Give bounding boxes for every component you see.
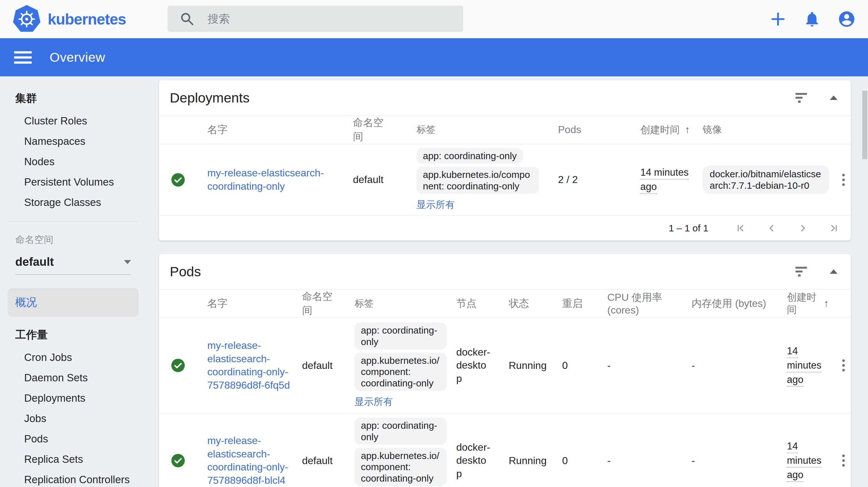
label-chip: app.kubernetes.io/component: coordinatin…: [354, 448, 447, 486]
row-menu-kebab-icon[interactable]: [840, 357, 847, 373]
column-header-created[interactable]: 创建时间 ↑: [617, 123, 703, 137]
sidebar-item-nodes[interactable]: Nodes: [0, 151, 146, 172]
pod-cpu: -: [598, 455, 682, 467]
pod-status: Running: [499, 360, 553, 371]
deployments-pagination: 1 – 1 of 1: [159, 215, 851, 241]
notifications-bell-icon[interactable]: [803, 10, 821, 28]
sidebar-item-replica-sets[interactable]: Replica Sets: [0, 449, 146, 469]
label-chip: app: coordinating-only: [354, 322, 447, 349]
sidebar-item-persistent-volumes[interactable]: Persistent Volumes: [0, 172, 146, 192]
last-page-icon[interactable]: [829, 223, 839, 234]
collapse-card-icon[interactable]: [830, 95, 837, 100]
pod-name-link[interactable]: my-release-elasticsearch-coordinating-on…: [207, 435, 288, 486]
label-chip: app: coordinating-only: [354, 418, 447, 445]
pod-cpu: -: [598, 360, 682, 371]
pod-row: my-release-elasticsearch-coordinating-on…: [159, 318, 851, 413]
show-all-link[interactable]: 显示所有: [354, 395, 393, 408]
column-header-namespace[interactable]: 命名空间: [292, 290, 345, 318]
collapse-card-icon[interactable]: [830, 269, 837, 274]
column-header-labels[interactable]: 标签: [345, 297, 447, 310]
sidebar-item-cron-jobs[interactable]: Cron Jobs: [0, 347, 146, 368]
row-menu-kebab-icon[interactable]: [840, 172, 847, 188]
label-chip: app: coordinating-only: [416, 148, 523, 164]
status-ok-check-icon: [171, 173, 185, 187]
sidebar-item-overview-label: 概况: [15, 295, 37, 310]
namespace-select[interactable]: default: [15, 255, 131, 275]
sidebar-item-pods[interactable]: Pods: [0, 429, 146, 449]
next-page-icon[interactable]: [798, 223, 808, 234]
main-content: Deployments 名字 命名空间 标签 Pods 创建时间: [146, 77, 868, 487]
pod-name-link[interactable]: my-release-elasticsearch-coordinating-on…: [207, 340, 290, 391]
filter-icon[interactable]: [795, 92, 808, 103]
menu-hamburger-icon[interactable]: [14, 51, 32, 64]
sidebar-section-cluster: 集群: [15, 91, 146, 106]
sidebar-item-cluster-roles[interactable]: Cluster Roles: [0, 111, 146, 131]
pod-restarts: 0: [553, 455, 598, 467]
pagination-range: 1 – 1 of 1: [669, 223, 708, 234]
sidebar-section-workloads: 工作量: [15, 327, 146, 342]
sidebar-divider: [8, 222, 138, 222]
sidebar-item-replication-controllers[interactable]: Replication Controllers: [0, 469, 146, 487]
kubernetes-logo[interactable]: kubernetes: [12, 4, 126, 34]
filter-icon[interactable]: [795, 266, 808, 277]
namespace-label: 命名空间: [15, 233, 146, 246]
column-header-pods[interactable]: Pods: [539, 124, 617, 136]
deployment-namespace: default: [331, 174, 396, 185]
image-chip: docker.io/bitnami/elasticsearch:7.7.1-de…: [703, 166, 829, 194]
column-header-name[interactable]: 名字: [197, 123, 331, 137]
column-header-memory[interactable]: 内存使用 (bytes): [682, 297, 777, 311]
label-chip: app.kubernetes.io/component: coordinatin…: [354, 353, 447, 391]
column-header-cpu[interactable]: CPU 使用率 (cores): [598, 291, 682, 316]
deployments-table-header: 名字 命名空间 标签 Pods 创建时间 ↑ 镜像: [159, 115, 851, 144]
deployment-created: 14 minutes ago: [640, 167, 689, 194]
pod-namespace: default: [292, 360, 345, 371]
column-header-created[interactable]: 创建时间 ↑: [777, 291, 836, 316]
kubernetes-wheel-icon: [12, 4, 41, 34]
pod-created: 14 minutes ago: [787, 345, 822, 387]
pod-node: docker-desktop: [447, 441, 499, 481]
sort-ascending-icon: ↑: [685, 124, 690, 136]
pod-row: my-release-elasticsearch-coordinating-on…: [159, 413, 851, 487]
top-header: kubernetes: [0, 0, 868, 38]
deployments-card: Deployments 名字 命名空间 标签 Pods 创建时间: [159, 80, 851, 241]
search-input[interactable]: [208, 6, 463, 32]
column-header-labels[interactable]: 标签: [396, 123, 539, 136]
column-header-restarts[interactable]: 重启: [553, 297, 598, 311]
show-all-link[interactable]: 显示所有: [416, 198, 455, 211]
column-header-name[interactable]: 名字: [197, 297, 292, 310]
page-title: Overview: [50, 50, 105, 65]
pods-card: Pods 名字 命名空间 标签 节点 状态 重启 CPU 使: [159, 254, 851, 487]
status-ok-check-icon: [171, 453, 185, 468]
sidebar: 集群 Cluster Roles Namespaces Nodes Persis…: [0, 77, 146, 487]
brand-name: kubernetes: [48, 10, 126, 28]
sidebar-item-overview-active[interactable]: 概况: [8, 288, 138, 317]
sidebar-item-storage-classes[interactable]: Storage Classes: [0, 192, 146, 212]
create-plus-icon[interactable]: [769, 10, 786, 28]
column-header-images[interactable]: 镜像: [703, 123, 836, 136]
account-user-icon[interactable]: [837, 10, 856, 28]
page-scrollbar[interactable]: [862, 91, 867, 159]
sidebar-item-namespaces[interactable]: Namespaces: [0, 131, 146, 151]
pods-table-header: 名字 命名空间 标签 节点 状态 重启 CPU 使用率 (cores) 内存使用…: [159, 289, 851, 318]
deployment-pods-count: 2 / 2: [539, 174, 617, 185]
pod-status: Running: [499, 455, 553, 467]
search-icon: [180, 11, 194, 26]
pod-memory: -: [682, 360, 777, 371]
sidebar-item-daemon-sets[interactable]: Daemon Sets: [0, 368, 146, 388]
first-page-icon[interactable]: [735, 223, 746, 234]
deployment-row: my-release-elasticsearch-coordinating-on…: [159, 144, 851, 215]
column-header-namespace[interactable]: 命名空间: [331, 116, 396, 144]
column-header-status[interactable]: 状态: [499, 297, 553, 311]
pod-restarts: 0: [553, 360, 598, 371]
pod-node: docker-desktop: [447, 346, 499, 385]
namespace-selected-value: default: [15, 255, 54, 269]
previous-page-icon[interactable]: [766, 223, 777, 234]
column-header-node[interactable]: 节点: [447, 297, 499, 311]
deployment-name-link[interactable]: my-release-elasticsearch-coordinating-on…: [207, 167, 324, 192]
appbar: Overview: [0, 38, 868, 77]
row-menu-kebab-icon[interactable]: [840, 453, 847, 468]
search-bar[interactable]: [167, 6, 463, 32]
pods-card-title: Pods: [170, 264, 795, 280]
sidebar-item-deployments[interactable]: Deployments: [0, 388, 146, 408]
sidebar-item-jobs[interactable]: Jobs: [0, 408, 146, 429]
